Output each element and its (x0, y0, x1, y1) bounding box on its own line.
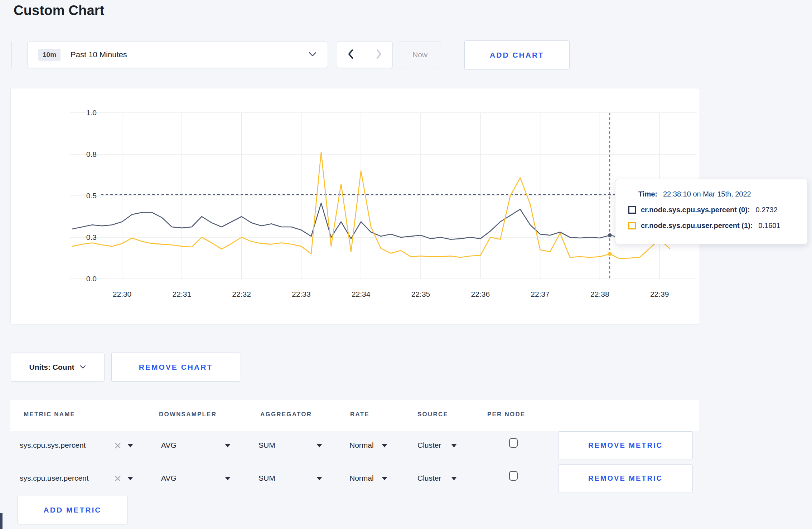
chevron-down-icon (308, 52, 317, 58)
timeseries-chart[interactable]: 22:3022:3122:3222:3322:3422:3522:3622:37… (11, 88, 700, 324)
downsampler-select[interactable]: AVG (161, 441, 177, 450)
caret-down-icon[interactable] (225, 477, 231, 480)
chart-tooltip: Time: 22:38:10 on Mar 15th, 2022 cr.node… (615, 179, 808, 244)
svg-text:22:34: 22:34 (352, 290, 371, 298)
caret-down-icon[interactable] (316, 477, 322, 480)
timescale-dropdown[interactable]: 10m Past 10 Minutes (27, 42, 328, 68)
tooltip-series-value: 0.1601 (758, 222, 780, 230)
caret-down-icon[interactable] (225, 444, 231, 447)
remove-metric-button[interactable]: REMOVE METRIC (558, 431, 693, 459)
svg-text:0.8: 0.8 (86, 150, 97, 158)
timescale-badge: 10m (38, 49, 61, 61)
caret-down-icon[interactable] (127, 444, 133, 447)
metrics-table-header: METRIC NAME DOWNSAMPLER AGGREGATOR RATE … (10, 400, 699, 431)
caret-down-icon[interactable] (451, 477, 457, 480)
clear-metric-icon[interactable] (114, 442, 122, 451)
svg-text:22:37: 22:37 (531, 290, 550, 298)
caret-down-icon[interactable] (451, 444, 457, 447)
remove-chart-button[interactable]: REMOVE CHART (111, 353, 240, 382)
col-header-rate: RATE (350, 411, 369, 418)
svg-text:22:33: 22:33 (292, 290, 311, 298)
series-user-swatch-icon (628, 222, 636, 229)
source-select[interactable]: Cluster (417, 474, 441, 482)
col-header-per-node: PER NODE (487, 411, 525, 418)
per-node-checkbox[interactable] (509, 471, 518, 481)
add-metric-button[interactable]: ADD METRIC (18, 496, 127, 524)
caret-down-icon[interactable] (127, 477, 133, 480)
metric-name-select[interactable]: sys.cpu.user.percent (20, 474, 89, 482)
custom-chart-page: Custom Chart 10m Past 10 Minutes Now ADD… (0, 0, 812, 529)
col-header-downsampler: DOWNSAMPLER (159, 411, 217, 418)
tooltip-series-label: cr.node.sys.cpu.sys.percent (0): (641, 206, 750, 214)
svg-text:22:31: 22:31 (173, 290, 192, 298)
chevron-left-icon (347, 49, 355, 61)
tooltip-time-label: Time: (638, 190, 657, 198)
col-header-source: SOURCE (417, 411, 448, 418)
chevron-right-icon (375, 49, 383, 61)
aggregator-select[interactable]: SUM (258, 474, 275, 482)
clear-metric-icon[interactable] (114, 475, 122, 484)
tooltip-series-value: 0.2732 (756, 206, 778, 214)
timescale-label: Past 10 Minutes (71, 50, 127, 59)
caret-down-icon[interactable] (382, 444, 387, 447)
add-chart-button[interactable]: ADD CHART (464, 40, 570, 69)
downsampler-select[interactable]: AVG (161, 474, 177, 482)
caret-down-icon[interactable] (316, 444, 322, 447)
units-label: Units: Count (29, 363, 74, 372)
toolbar-accent-divider (11, 42, 11, 68)
aggregator-select[interactable]: SUM (258, 441, 275, 450)
page-title: Custom Chart (14, 3, 105, 18)
rate-select[interactable]: Normal (349, 474, 374, 482)
svg-text:0.3: 0.3 (86, 233, 97, 241)
svg-text:0.5: 0.5 (86, 191, 97, 200)
col-header-metric-name: METRIC NAME (24, 411, 75, 418)
chart-card: 22:3022:3122:3222:3322:3422:3522:3622:37… (10, 88, 700, 324)
per-node-checkbox[interactable] (509, 438, 518, 448)
svg-text:22:35: 22:35 (411, 290, 430, 298)
svg-text:1.0: 1.0 (86, 108, 97, 117)
caret-down-icon[interactable] (382, 477, 387, 480)
units-dropdown[interactable]: Units: Count (11, 353, 105, 382)
rate-select[interactable]: Normal (349, 441, 374, 450)
svg-text:22:39: 22:39 (650, 290, 669, 298)
svg-text:22:32: 22:32 (232, 290, 251, 298)
chevron-down-icon (80, 364, 86, 370)
col-header-aggregator: AGGREGATOR (260, 411, 312, 418)
tooltip-series-label: cr.node.sys.cpu.user.percent (1): (641, 222, 753, 230)
tooltip-time-value: 22:38:10 on Mar 15th, 2022 (663, 190, 751, 198)
svg-text:22:30: 22:30 (113, 290, 132, 298)
time-prev-button[interactable] (337, 42, 365, 68)
time-next-button[interactable] (365, 42, 393, 68)
now-button[interactable]: Now (399, 42, 441, 68)
metric-name-select[interactable]: sys.cpu.sys.percent (20, 441, 86, 450)
time-pager (337, 42, 393, 68)
svg-text:22:36: 22:36 (471, 290, 490, 298)
clipped-edge-element (0, 513, 3, 529)
svg-text:0.0: 0.0 (86, 275, 97, 283)
svg-text:22:38: 22:38 (590, 290, 609, 298)
series-sys-swatch-icon (628, 206, 636, 214)
source-select[interactable]: Cluster (417, 441, 441, 450)
remove-metric-button[interactable]: REMOVE METRIC (558, 464, 693, 492)
